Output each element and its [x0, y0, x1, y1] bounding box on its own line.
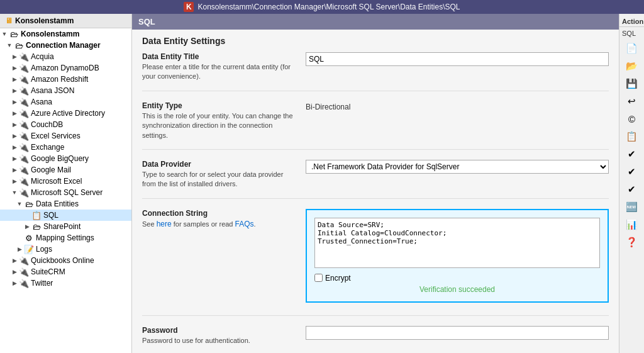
- tree-item-quickbooks[interactable]: ▶🔌Quickbooks Online: [0, 255, 131, 266]
- expand-icon-couchdb[interactable]: ▶: [10, 121, 19, 128]
- tree-item-dataentities[interactable]: ▼🗁Data Entities: [0, 198, 131, 210]
- tree-icon-googlebigquery: 🔌: [19, 154, 29, 163]
- left-panel: 🖥 Konsolenstamm ▼🗁Konsolenstamm▼🗁Connect…: [0, 14, 132, 353]
- expand-icon-amazondynamo[interactable]: ▶: [10, 65, 19, 71]
- expand-icon-mssql[interactable]: ▼: [10, 189, 19, 196]
- tree-header: 🖥 Konsolenstamm: [0, 14, 131, 28]
- faqs-link[interactable]: FAQs: [235, 220, 254, 228]
- field-label-connection_string: Connection String: [142, 209, 298, 218]
- tree-label-amazondynamo: Amazon DynamoDB: [31, 64, 99, 72]
- app-icon: K: [184, 2, 194, 12]
- report-icon[interactable]: 📊: [621, 216, 643, 233]
- new2-icon[interactable]: 🆕: [621, 198, 643, 216]
- expand-icon-suitecrm[interactable]: ▶: [10, 269, 19, 275]
- tree-item-amazonredshift[interactable]: ▶🔌Amazon Redshift: [0, 74, 131, 85]
- tree-icon-exchange: 🔌: [19, 143, 29, 152]
- tree-label-amazonredshift: Amazon Redshift: [31, 75, 88, 84]
- tree-item-azuread[interactable]: ▶🔌Azure Active Directory: [0, 108, 131, 119]
- tree-icon-amazonredshift: 🔌: [19, 75, 29, 84]
- tree-item-exchange[interactable]: ▶🔌Exchange: [0, 142, 131, 153]
- form-row-entity_type: Entity TypeThis is the role of your enti…: [142, 101, 609, 150]
- tree-item-root[interactable]: ▼🗁Konsolenstamm: [0, 28, 131, 40]
- verify3-icon[interactable]: ✔: [621, 181, 643, 198]
- verify2-icon[interactable]: ✔: [621, 163, 643, 181]
- tree-item-asanajson[interactable]: ▶🔌Asana JSON: [0, 85, 131, 96]
- tree-label-exchange: Exchange: [31, 143, 64, 152]
- tree-item-acquia[interactable]: ▶🔌Acquia: [0, 51, 131, 62]
- label-col-connection_string: Connection StringSee here for samples or…: [142, 209, 306, 230]
- tree-item-sharepoint[interactable]: ▶🗁SharePoint: [0, 221, 131, 232]
- tree-icon-conn_mgr: 🗁: [14, 41, 24, 50]
- tree-label-googlebigquery: Google BigQuery: [31, 154, 89, 163]
- ctrl-col-entity_title: [306, 52, 609, 66]
- tree-header-label: Konsolenstamm: [15, 16, 74, 25]
- expand-icon-googlebigquery[interactable]: ▶: [10, 155, 19, 162]
- tree-item-twitter[interactable]: ▶🔌Twitter: [0, 277, 131, 289]
- tree-item-mssql[interactable]: ▼🔌Microsoft SQL Server: [0, 187, 131, 198]
- titlebar-text: Konsolenstamm\Connection Manager\Microso…: [197, 3, 460, 11]
- tree-item-googlemail[interactable]: ▶🔌Google Mail: [0, 164, 131, 176]
- expand-icon-twitter[interactable]: ▶: [10, 280, 19, 286]
- right-panel: Action SQL 📄📂💾↩©📋✔✔✔🆕📊❓: [619, 14, 644, 353]
- connection-string-textarea[interactable]: [314, 218, 600, 268]
- paste-icon[interactable]: 📋: [621, 128, 643, 145]
- tree-icon-asanajson: 🔌: [19, 86, 29, 95]
- tree-item-excelservices[interactable]: ▶🔌Excel Services: [0, 130, 131, 142]
- encrypt-checkbox[interactable]: [314, 274, 323, 282]
- tree-folder-icon: 🖥: [5, 16, 13, 25]
- titlebar: K Konsolenstamm\Connection Manager\Micro…: [0, 0, 644, 14]
- copy-icon[interactable]: ©: [621, 110, 643, 128]
- panel-content: Data Entity Settings Data Entity TitlePl…: [132, 30, 619, 353]
- expand-icon-exchange[interactable]: ▶: [10, 144, 19, 150]
- panel-header: SQL: [132, 14, 619, 30]
- undo-icon[interactable]: ↩: [621, 92, 643, 110]
- expand-icon-conn_mgr[interactable]: ▼: [5, 42, 14, 48]
- text-input-entity_title[interactable]: [306, 52, 609, 66]
- tree-label-sql: SQL: [43, 211, 58, 220]
- static-text-entity_type: Bi-Directional: [306, 101, 609, 111]
- tree-label-acquia: Acquia: [31, 52, 54, 61]
- verify1-icon[interactable]: ✔: [621, 145, 643, 163]
- select-input-data_provider[interactable]: .Net Framework Data Provider for SqlServ…: [306, 160, 609, 174]
- field-desc-password: Password to use for authentication.: [142, 336, 298, 345]
- tree-item-msexcel[interactable]: ▶🔌Microsoft Excel: [0, 176, 131, 187]
- new-doc-icon[interactable]: 📄: [621, 40, 643, 57]
- expand-icon-sharepoint[interactable]: ▶: [23, 223, 31, 230]
- tree-item-asana[interactable]: ▶🔌Asana: [0, 96, 131, 108]
- open-icon[interactable]: 📂: [621, 57, 643, 75]
- expand-icon-logs[interactable]: ▶: [15, 246, 24, 252]
- tree-item-suitecrm[interactable]: ▶🔌SuiteCRM: [0, 266, 131, 277]
- expand-icon-azuread[interactable]: ▶: [10, 110, 19, 116]
- tree-icon-mappingsettings: ⚙: [24, 233, 34, 242]
- expand-icon-asana[interactable]: ▶: [10, 99, 19, 105]
- expand-icon-amazonredshift[interactable]: ▶: [10, 76, 19, 82]
- text-input-password[interactable]: [306, 326, 609, 340]
- label-col-data_provider: Data ProviderType to search for or selec…: [142, 160, 306, 189]
- tree-item-logs[interactable]: ▶📝Logs: [0, 244, 131, 255]
- help-icon[interactable]: ❓: [621, 233, 643, 251]
- form-row-password: PasswordPassword to use for authenticati…: [142, 326, 609, 353]
- save-icon[interactable]: 💾: [621, 75, 643, 92]
- tree-item-mappingsettings[interactable]: ⚙Mapping Settings: [0, 232, 131, 244]
- expand-icon-excelservices[interactable]: ▶: [10, 133, 19, 139]
- here-link[interactable]: here: [157, 220, 172, 228]
- expand-icon-quickbooks[interactable]: ▶: [10, 257, 19, 264]
- ctrl-col-data_provider: .Net Framework Data Provider for SqlServ…: [306, 160, 609, 174]
- field-label-data_provider: Data Provider: [142, 160, 298, 169]
- tree-icon-couchdb: 🔌: [19, 120, 29, 129]
- tree-item-couchdb[interactable]: ▶🔌CouchDB: [0, 119, 131, 130]
- expand-icon-msexcel[interactable]: ▶: [10, 178, 19, 184]
- expand-icon-asanajson[interactable]: ▶: [10, 87, 19, 94]
- expand-icon-root[interactable]: ▼: [0, 31, 9, 37]
- tree-item-conn_mgr[interactable]: ▼🗁Connection Manager: [0, 40, 131, 51]
- tree-item-amazondynamo[interactable]: ▶🔌Amazon DynamoDB: [0, 62, 131, 74]
- expand-icon-acquia[interactable]: ▶: [10, 53, 19, 60]
- form-row-entity_title: Data Entity TitlePlease enter a title fo…: [142, 52, 609, 91]
- tree-item-sql[interactable]: 📋SQL: [0, 210, 131, 221]
- expand-icon-googlemail[interactable]: ▶: [10, 167, 19, 173]
- tree-icon-excelservices: 🔌: [19, 132, 29, 140]
- tree-label-twitter: Twitter: [31, 279, 53, 288]
- tree-label-conn_mgr: Connection Manager: [26, 41, 101, 50]
- expand-icon-dataentities[interactable]: ▼: [15, 201, 24, 207]
- tree-item-googlebigquery[interactable]: ▶🔌Google BigQuery: [0, 153, 131, 164]
